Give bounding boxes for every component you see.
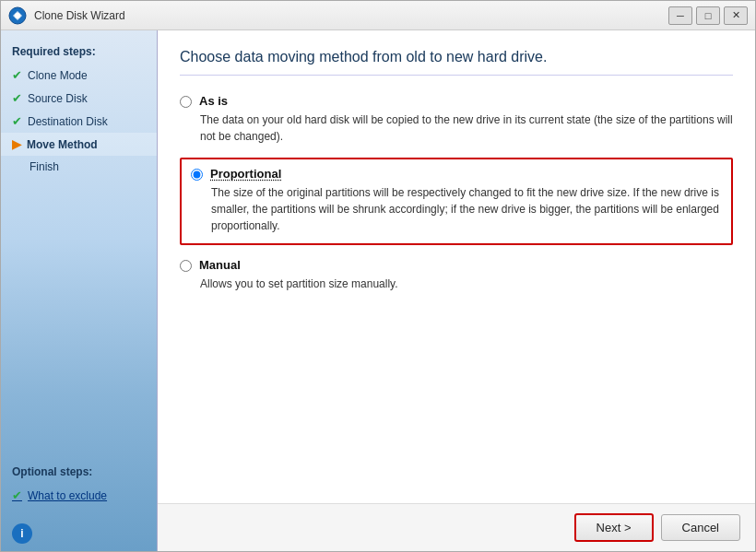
- option-manual-group: Manual Allows you to set partition size …: [180, 258, 733, 292]
- radio-manual[interactable]: [180, 260, 192, 272]
- minimize-button[interactable]: ─: [668, 6, 692, 25]
- check-icon-what-to-exclude: ✔: [12, 488, 22, 502]
- option-proportional-desc: The size of the original partitions will…: [211, 184, 722, 234]
- main-content: Choose data moving method from old to ne…: [158, 30, 755, 503]
- optional-steps-label: Optional steps:: [1, 456, 157, 484]
- svg-point-1: [15, 13, 20, 18]
- option-manual-row: Manual: [180, 258, 733, 272]
- help-button[interactable]: i: [12, 523, 32, 544]
- check-icon-clone-mode: ✔: [12, 68, 22, 82]
- sidebar-item-clone-mode[interactable]: ✔ Clone Mode: [1, 64, 157, 87]
- sidebar-item-move-method[interactable]: ▶ Move Method: [1, 133, 157, 156]
- wizard-step-title: Choose data moving method from old to ne…: [180, 49, 733, 76]
- app-icon: [8, 6, 27, 25]
- close-button[interactable]: ✕: [724, 6, 748, 25]
- sidebar-label-clone-mode: Clone Mode: [28, 69, 88, 82]
- wizard-footer: Next > Cancel: [158, 503, 755, 551]
- window-controls: ─ □ ✕: [668, 6, 748, 25]
- option-manual-desc: Allows you to set partition size manuall…: [200, 276, 733, 292]
- option-proportional-box: Proportional The size of the original pa…: [180, 158, 733, 245]
- wizard-window: Clone Disk Wizard ─ □ ✕ Required steps: …: [0, 0, 756, 552]
- cancel-button[interactable]: Cancel: [661, 514, 740, 541]
- check-icon-source-disk: ✔: [12, 91, 22, 105]
- window-content: Required steps: ✔ Clone Mode ✔ Source Di…: [1, 30, 755, 551]
- next-button[interactable]: Next >: [574, 513, 654, 542]
- sidebar-item-what-to-exclude[interactable]: ✔ What to exclude: [1, 484, 157, 507]
- sidebar: Required steps: ✔ Clone Mode ✔ Source Di…: [1, 30, 158, 551]
- main-and-footer: Choose data moving method from old to ne…: [158, 30, 755, 551]
- option-proportional-label[interactable]: Proportional: [210, 167, 281, 181]
- option-as-is-label[interactable]: As is: [199, 94, 228, 108]
- check-icon-destination-disk: ✔: [12, 114, 22, 128]
- option-proportional-row: Proportional: [191, 167, 722, 181]
- sidebar-item-destination-disk[interactable]: ✔ Destination Disk: [1, 110, 157, 133]
- option-as-is-group: As is The data on your old hard disk wil…: [180, 94, 733, 145]
- sidebar-item-finish[interactable]: Finish: [1, 156, 157, 178]
- radio-proportional[interactable]: [191, 169, 203, 181]
- sidebar-label-source-disk: Source Disk: [28, 92, 88, 105]
- sidebar-bottom: i: [1, 516, 157, 551]
- arrow-icon-move-method: ▶: [12, 137, 21, 151]
- option-as-is-desc: The data on your old hard disk will be c…: [200, 112, 733, 145]
- radio-as-is[interactable]: [180, 96, 192, 108]
- sidebar-label-what-to-exclude: What to exclude: [28, 489, 107, 502]
- titlebar: Clone Disk Wizard ─ □ ✕: [1, 1, 755, 30]
- option-as-is-row: As is: [180, 94, 733, 108]
- required-steps-label: Required steps:: [1, 41, 157, 64]
- window-title: Clone Disk Wizard: [34, 9, 668, 22]
- maximize-button[interactable]: □: [696, 6, 720, 25]
- sidebar-label-finish: Finish: [30, 160, 59, 173]
- sidebar-label-move-method: Move Method: [27, 138, 98, 151]
- sidebar-item-source-disk[interactable]: ✔ Source Disk: [1, 87, 157, 110]
- sidebar-label-destination-disk: Destination Disk: [28, 115, 108, 128]
- option-manual-label[interactable]: Manual: [199, 258, 241, 272]
- optional-steps-container: ✔ What to exclude: [1, 484, 157, 516]
- main-inner: Choose data moving method from old to ne…: [180, 49, 733, 503]
